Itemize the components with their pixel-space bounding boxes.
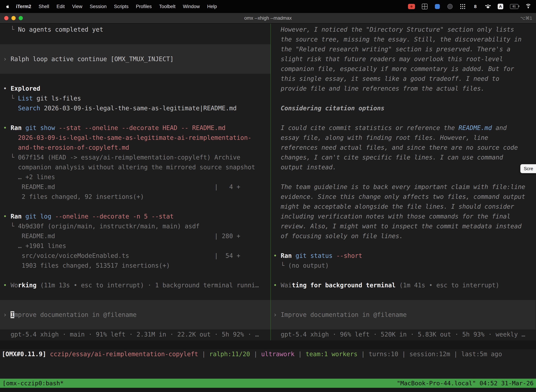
terminal-line — [0, 271, 270, 280]
screen-overlay-button[interactable]: Scre — [520, 164, 536, 173]
terminal-line: references need actual files, and since … — [271, 143, 536, 152]
terminal-line — [271, 93, 536, 103]
menu-shell[interactable]: Shell — [35, 4, 53, 9]
ralph-loop-banner: › Ralph loop active continue [OMX_TMUX_I… — [0, 44, 270, 74]
text-segment: src/voice/voiceModeEnabled.ts | 54 + — [3, 252, 240, 259]
apple-logo-icon[interactable] — [5, 4, 10, 9]
text-segment: | — [398, 350, 409, 358]
menu-help[interactable]: Help — [203, 4, 221, 9]
text-segment: evidence. Since this change only affects… — [273, 193, 525, 200]
terminal-line: • Working (11m 13s • esc to interrupt) ·… — [0, 280, 270, 290]
text-segment: git ls-files — [33, 95, 81, 102]
terminal-line: • Ran git show --stat --oneline --decora… — [0, 123, 270, 133]
text-segment: List — [18, 95, 33, 102]
text-segment: 2 files changed, 92 insertions(+) — [3, 193, 144, 200]
text-segment: mprove documentation in @filename — [14, 311, 136, 318]
terminal-line: README.md | 4 + — [0, 182, 270, 192]
terminal-line: However, I noticed the "Directory Struct… — [271, 25, 536, 34]
text-segment: references need actual files, and since … — [273, 144, 518, 151]
text-segment: 2026-03-09-is-legal-the-same-as-legitima… — [40, 105, 237, 112]
text-segment: and-the-erosion-of-copyleft.md — [3, 144, 129, 151]
terminal-line: the source tree, missing the essay. Stil… — [271, 34, 536, 44]
terminal-panes: └ No agents completed yet› Ralph loop ac… — [0, 23, 536, 340]
text-segment: README.md | 280 + — [3, 233, 240, 240]
text-segment: turns:10 — [368, 350, 398, 358]
terminal-line: • Explored — [0, 84, 270, 93]
tmux-host-clock-label: "MacBook-Pro-44.local" 04:52 31-Mar-26 — [397, 380, 534, 387]
omx-status-line: [OMX#0.11.9] cczip/essay/ai-reimplementa… — [0, 349, 536, 359]
prompt-input[interactable]: › Improve documentation in @filename — [0, 300, 270, 330]
text-segment: might be acceptable alongside the file l… — [273, 203, 514, 210]
text-segment: git log — [22, 213, 51, 220]
text-segment: ralph:11/20 — [209, 350, 250, 358]
right-pane[interactable]: However, I noticed the "Directory Struct… — [271, 23, 536, 340]
terminal-line: └ List git ls-files — [0, 93, 270, 103]
menu-profiles[interactable]: Profiles — [132, 4, 155, 9]
terminal-line: └ 067f154 (HEAD -> essay/ai-reimplementa… — [0, 152, 270, 162]
text-segment: this single essay, it seems like a good … — [273, 75, 499, 82]
battery-icon[interactable]: 61 — [510, 4, 518, 9]
input-source-icon[interactable]: A — [498, 4, 503, 9]
menu-view[interactable]: View — [68, 4, 86, 9]
menu-session[interactable]: Session — [86, 4, 110, 9]
text-segment: gpt-5.4 xhigh · 96% left · 520K in · 5.8… — [273, 331, 525, 338]
terminal-line: companion analysis without altering the … — [0, 162, 270, 172]
terminal-cursor: I — [10, 311, 14, 318]
menu-toolbelt[interactable]: Toolbelt — [155, 4, 179, 9]
terminal-line: … +1901 lines — [0, 241, 270, 251]
prompt-input[interactable]: › Improve documentation in @filename — [271, 300, 536, 330]
terminal-line: └ (no output) — [271, 261, 536, 271]
terminal-line: output instead. — [271, 162, 536, 172]
blue-app-icon[interactable] — [434, 4, 440, 9]
numeric-key-icon[interactable]: 8 — [472, 4, 478, 9]
menu-window[interactable]: Window — [179, 4, 203, 9]
text-segment: Ran — [10, 213, 22, 220]
left-pane[interactable]: └ No agents completed yet› Ralph loop ac… — [0, 23, 270, 340]
dots-grid-icon[interactable] — [460, 4, 466, 9]
window-manager-icon[interactable] — [422, 4, 428, 9]
close-button[interactable] — [4, 16, 9, 20]
text-segment: | — [450, 350, 461, 358]
text-segment: • — [3, 213, 10, 220]
text-segment: the source tree, missing the essay. Stil… — [273, 36, 522, 43]
minimize-button[interactable] — [11, 16, 16, 20]
text-segment: (11m 13s • esc to interrupt) · 1 backgro… — [37, 282, 259, 289]
paw-icon[interactable] — [485, 4, 491, 9]
text-segment: 1903 files changed, 513517 insertions(+) — [3, 262, 170, 269]
terminal-line: changes, I can't cite specific file line… — [271, 152, 536, 162]
terminal-line: provide file and line references from th… — [271, 84, 536, 93]
terminal-line: • Waiting for background terminal (1m 41… — [271, 280, 536, 290]
text-segment: • — [273, 252, 281, 259]
text-segment: › — [3, 311, 10, 318]
text-segment: review. Also, I might want to inspect th… — [273, 223, 522, 230]
text-segment: └ — [3, 95, 18, 102]
text-segment: (1m 41s • esc to interrupt) — [396, 282, 499, 289]
terminal-line: this single essay, it seems like a good … — [271, 74, 536, 84]
terminal-line: evidence. Since this change only affects… — [271, 192, 536, 202]
text-segment: No agents completed yet — [18, 26, 103, 33]
text-segment: … +1901 lines — [3, 242, 66, 249]
terminal-line — [0, 113, 270, 123]
text-segment: the "Related research writing" section i… — [273, 46, 511, 53]
screen-recording-indicator-icon[interactable] — [408, 4, 415, 9]
terminal-line: I could cite commit statistics or refere… — [271, 123, 536, 133]
text-segment: changes, I can't cite specific file line… — [273, 154, 503, 161]
text-segment: | — [198, 350, 209, 358]
text-segment: I could cite commit statistics or refere… — [273, 124, 459, 131]
terminal-line: … +2 lines — [0, 172, 270, 182]
terminal-line: essay file, along with finding root file… — [271, 133, 536, 143]
dark-app-icon[interactable] — [447, 4, 453, 9]
text-segment: › — [3, 56, 10, 62]
text-segment: | — [250, 350, 261, 358]
zoom-button[interactable] — [19, 16, 23, 20]
text-segment: [OMX#0.11.9] — [2, 350, 50, 358]
terminal-line — [0, 202, 270, 211]
window-body-gap — [0, 359, 536, 379]
menu-edit[interactable]: Edit — [53, 4, 69, 9]
macos-menubar: iTerm2ShellEditViewSessionScriptsProfile… — [0, 0, 536, 13]
menu-scripts[interactable]: Scripts — [110, 4, 132, 9]
wifi-icon[interactable] — [525, 4, 531, 9]
text-segment: gpt-5.4 xhigh · main · 91% left · 2.31M … — [3, 331, 259, 338]
menu-iterm2[interactable]: iTerm2 — [12, 4, 35, 9]
text-segment: However, I noticed the "Directory Struct… — [273, 26, 514, 33]
